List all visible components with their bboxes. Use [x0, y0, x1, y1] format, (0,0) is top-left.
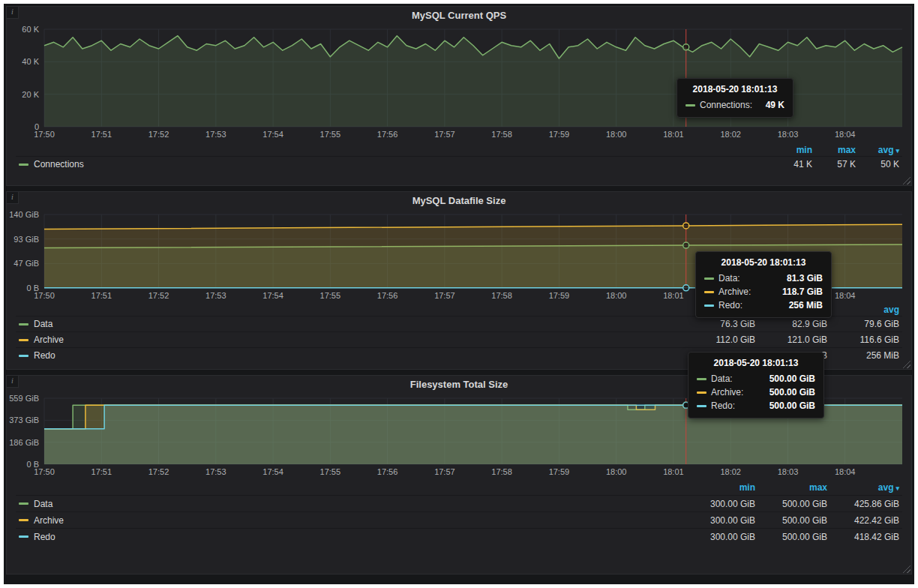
- datafile-chart-plot[interactable]: 17:5017:5117:5217:5317:5417:5517:5617:57…: [7, 210, 911, 302]
- svg-text:17:52: 17:52: [148, 130, 170, 139]
- series-color-dash-icon: [19, 502, 28, 505]
- sort-caret-icon: ▾: [896, 147, 899, 154]
- svg-text:18:01: 18:01: [663, 467, 684, 476]
- sort-caret-icon: ▾: [896, 484, 899, 492]
- legend-row-data: Data76.3 GiB82.9 GiB79.6 GiB: [16, 316, 902, 332]
- legend-sort-max[interactable]: max: [812, 145, 856, 155]
- legend-row-data: Data300.00 GiB500.00 GiB425.86 GiB: [16, 495, 902, 512]
- svg-text:17:58: 17:58: [491, 467, 512, 476]
- series-name: Data: [34, 319, 52, 329]
- legend-sort-avg[interactable]: avg▾: [827, 482, 899, 493]
- svg-text:373 GiB: 373 GiB: [9, 416, 39, 424]
- series-name: Redo: [34, 532, 56, 542]
- svg-text:17:58: 17:58: [491, 130, 512, 139]
- datafile-legend: minmaxavgData76.3 GiB82.9 GiB79.6 GiBArc…: [7, 302, 911, 369]
- legend-sort-min[interactable]: min: [683, 482, 755, 493]
- panel-filesystem-total-size: i Filesystem Total Size 17:5017:5117:521…: [6, 375, 912, 574]
- series-name: Archive: [34, 334, 64, 345]
- series-color-dash-icon: [19, 519, 28, 521]
- hover-point-redo: [683, 285, 689, 291]
- svg-text:17:53: 17:53: [206, 291, 226, 300]
- legend-min-value: 256 MiB: [683, 350, 755, 361]
- legend-avg-value: 422.42 GiB: [827, 515, 899, 526]
- legend-series-toggle[interactable]: Data: [19, 499, 683, 509]
- legend-avg-value: 256 MiB: [827, 350, 899, 361]
- legend-series-toggle[interactable]: Archive: [19, 515, 683, 526]
- series-color-dash-icon: [19, 536, 28, 538]
- legend-avg-value: 418.42 GiB: [827, 532, 899, 542]
- panel-title[interactable]: MySQL Datafile Size: [7, 192, 911, 210]
- legend-series-toggle[interactable]: Archive: [19, 334, 683, 345]
- svg-text:17:51: 17:51: [92, 467, 112, 476]
- svg-text:18:04: 18:04: [835, 291, 856, 300]
- svg-text:17:55: 17:55: [320, 467, 341, 476]
- legend-max-value: 500.00 GiB: [755, 515, 827, 526]
- legend-series-toggle[interactable]: Redo: [19, 350, 683, 361]
- legend-sort-max[interactable]: max: [755, 482, 827, 493]
- svg-text:18:03: 18:03: [778, 130, 799, 139]
- legend-max-value: 82.9 GiB: [755, 319, 827, 329]
- series-color-dash-icon: [19, 339, 28, 341]
- legend-max-value: 256 MiB: [755, 350, 827, 361]
- svg-text:18:01: 18:01: [663, 130, 684, 139]
- panel-info-icon[interactable]: i: [7, 192, 19, 204]
- filesystem-legend: minmaxavg▾Data300.00 GiB500.00 GiB425.86…: [7, 478, 911, 574]
- filesystem-chart-plot[interactable]: 17:5017:5117:5217:5317:5417:5517:5617:57…: [7, 394, 911, 478]
- legend-sort-avg[interactable]: avg▾: [856, 145, 899, 155]
- qps-chart-plot[interactable]: 17:5017:5117:5217:5317:5417:5517:5617:57…: [7, 25, 911, 140]
- legend-row-archive: Archive112.0 GiB121.0 GiB116.6 GiB: [16, 332, 902, 347]
- legend-sort-max[interactable]: max: [755, 304, 827, 315]
- series-name: Redo: [34, 350, 56, 361]
- svg-text:17:55: 17:55: [320, 291, 341, 300]
- grafana-dashboard: i MySQL Current QPS 17:5017:5117:5217:53…: [4, 4, 914, 584]
- svg-text:18:00: 18:00: [606, 130, 627, 139]
- svg-text:17:55: 17:55: [320, 130, 341, 139]
- chart-svg: 17:5017:5117:5217:5317:5417:5517:5617:57…: [7, 394, 911, 478]
- chart-svg: 17:5017:5117:5217:5317:5417:5517:5617:57…: [7, 25, 911, 140]
- svg-text:17:56: 17:56: [377, 291, 398, 300]
- legend-sort-avg[interactable]: avg: [827, 304, 899, 315]
- svg-text:18:04: 18:04: [835, 130, 856, 139]
- svg-text:18:02: 18:02: [720, 291, 741, 300]
- legend-series-toggle[interactable]: Connections: [19, 159, 769, 170]
- legend-max-value: 500.00 GiB: [755, 499, 827, 509]
- legend-series-toggle[interactable]: Data: [19, 319, 683, 329]
- svg-text:17:57: 17:57: [434, 130, 455, 139]
- svg-text:17:57: 17:57: [434, 467, 455, 476]
- legend-header-row: minmaxavg▾: [16, 143, 902, 156]
- legend-series-toggle[interactable]: Redo: [19, 532, 683, 542]
- legend-row-redo: Redo256 MiB256 MiB256 MiB: [16, 347, 902, 363]
- legend-sort-min[interactable]: min: [769, 145, 812, 155]
- panel-title[interactable]: Filesystem Total Size: [7, 376, 911, 394]
- panel-info-icon[interactable]: i: [7, 376, 19, 388]
- legend-max-value: 121.0 GiB: [755, 334, 827, 345]
- legend-avg-value: 425.86 GiB: [827, 499, 899, 509]
- series-name: Data: [34, 499, 52, 509]
- svg-text:17:56: 17:56: [377, 467, 398, 476]
- series-name: Connections: [34, 159, 84, 170]
- legend-header-row: minmaxavg▾: [16, 479, 902, 495]
- panel-mysql-datafile-size: i MySQL Datafile Size 17:5017:5117:5217:…: [6, 191, 912, 370]
- legend-row-archive: Archive300.00 GiB500.00 GiB422.42 GiB: [16, 512, 902, 528]
- svg-text:0 B: 0 B: [26, 460, 39, 469]
- svg-text:18:00: 18:00: [606, 291, 627, 300]
- legend-min-value: 300.00 GiB: [683, 532, 755, 542]
- svg-text:17:59: 17:59: [549, 130, 570, 139]
- svg-text:18:03: 18:03: [778, 467, 799, 476]
- qps-legend: minmaxavg▾Connections41 K57 K50 K: [7, 140, 911, 185]
- chart-svg: 17:5017:5117:5217:5317:5417:5517:5617:57…: [7, 210, 911, 302]
- legend-min-value: 41 K: [769, 159, 812, 170]
- panel-title[interactable]: MySQL Current QPS: [7, 7, 911, 25]
- hover-point-data: [683, 242, 689, 248]
- svg-text:559 GiB: 559 GiB: [9, 394, 39, 403]
- svg-text:17:53: 17:53: [206, 467, 226, 476]
- svg-text:0 B: 0 B: [26, 284, 39, 292]
- series-fill-archive: [44, 224, 902, 288]
- legend-min-value: 300.00 GiB: [683, 515, 755, 526]
- panel-info-icon[interactable]: i: [7, 7, 19, 19]
- series-fill-connections: [44, 36, 902, 127]
- legend-avg-value: 116.6 GiB: [827, 334, 899, 345]
- legend-sort-min[interactable]: min: [683, 304, 755, 315]
- svg-text:17:54: 17:54: [262, 130, 284, 139]
- legend-min-value: 76.3 GiB: [683, 319, 755, 329]
